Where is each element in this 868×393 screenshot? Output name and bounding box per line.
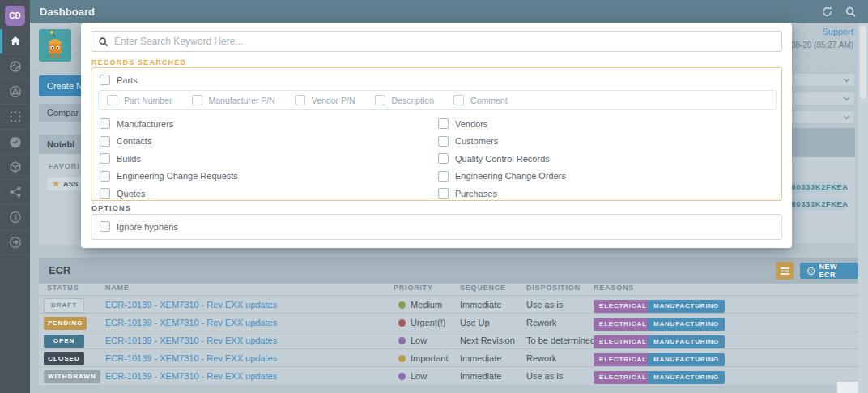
sidebar-item-reports[interactable] [0,54,30,79]
manufacturers-checkbox[interactable] [100,118,110,129]
ecr-link[interactable]: ECR-10139 - XEM7310 - Rev EXX updates [105,367,277,385]
purchases-checkbox[interactable] [438,188,449,199]
comment-checkbox[interactable] [453,95,464,105]
col-name: NAME [105,284,130,292]
priority-cell: Low [411,367,427,385]
col-disposition: DISPOSITION [526,284,581,292]
manufacturers-label: Manufacturers [117,119,173,129]
col-priority: PRIORITY [394,284,433,292]
refresh-icon[interactable] [821,6,833,18]
sequence-cell: Use Up [460,314,490,331]
favorite-item-label: ASS [63,180,79,188]
engineering-change-requests-checkbox[interactable] [100,171,110,182]
checkbox-row-purchases: Purchases [438,188,775,199]
support-link[interactable]: Support [822,27,853,36]
builds-checkbox[interactable] [100,153,110,164]
sidebar: CD $ [0,0,30,393]
part-number-tag[interactable]: 060333K2FKEA [787,199,845,211]
quotes-checkbox[interactable] [100,188,110,199]
records-searched-box: Parts Part Number Manufacturer P/N Vendo… [91,67,782,201]
table-row: DRAFT ECR-10139 - XEM7310 - Rev EXX upda… [39,295,858,313]
engineering-change-requests-label: Engineering Change Requests [117,171,238,181]
user-avatar[interactable]: CD [5,6,25,26]
quality-control-records-checkbox[interactable] [438,153,449,164]
table-row: WITHDRAWN ECR-10139 - XEM7310 - Rev EXX … [39,366,858,384]
checkbox-row-comment: Comment [453,95,508,105]
search-box [91,31,782,52]
sidebar-item-parts[interactable] [0,79,30,105]
checkbox-row-manufacturer-pn: Manufacturer P/N [192,95,275,105]
description-checkbox[interactable] [375,95,385,105]
status-badge: CLOSED [44,352,84,365]
checkbox-row-quotes: Quotes [100,188,438,199]
manufacturer-pn-label: Manufacturer P/N [209,96,275,105]
sidebar-item-quotes[interactable]: $ [0,205,30,230]
sidebar-item-quality[interactable] [0,130,30,155]
dots-grid-icon [9,110,22,123]
search-input[interactable] [114,36,781,47]
search-icon[interactable] [845,6,857,18]
page-title: Dashboard [40,6,95,18]
reason-badge: ELECTRICAL [594,353,653,366]
list-options-button[interactable] [776,262,794,280]
sidebar-item-logout[interactable] [0,230,30,255]
share-icon [9,186,22,199]
part-number-checkbox[interactable] [107,95,117,105]
reason-badge: MANUFACTURING [648,318,725,331]
priority-dot [398,355,406,362]
table-row: PENDING ECR-10139 - XEM7310 - Rev EXX up… [39,313,858,331]
sequence-cell: Immediate [460,296,501,314]
status-badge: WITHDRAWN [44,370,100,383]
chevron-down-icon [843,96,850,101]
favorite-item[interactable]: ★ ASS [47,177,83,190]
checkbox-row-ignore-hyphens: Ignore hyphens [100,221,178,232]
sidebar-item-builds[interactable] [0,155,30,180]
manufacturer-pn-checkbox[interactable] [192,95,202,105]
priority-cell: Medium [411,296,442,314]
search-modal: RECORDS SEARCHED Parts Part Number Manuf… [81,23,792,248]
records-searched-label: RECORDS SEARCHED [91,58,186,66]
ignore-hyphens-checkbox[interactable] [100,221,110,232]
disposition-cell: To be determined [526,331,595,349]
priority-dot [398,373,406,380]
app-window: CD $ [0,0,868,393]
status-badge: DRAFT [44,298,84,313]
priority-cell: Low [411,331,427,349]
checkbox-row-engineering-change-orders: Engineering Change Orders [438,171,775,182]
status-badge: PENDING [44,317,87,330]
record-types-grid: Manufacturers Vendors Contacts Customers… [100,115,775,203]
sidebar-nav: $ [0,29,30,255]
vendors-label: Vendors [455,119,487,129]
arrow-right-icon [9,236,22,249]
scrollbar-thumb[interactable] [860,26,866,99]
topbar: Dashboard [30,0,868,23]
vertical-scrollbar[interactable] [858,23,868,393]
customers-checkbox[interactable] [438,136,449,147]
priority-cell: Urgent(!) [411,314,445,331]
reason-badge: ELECTRICAL [594,318,653,331]
mascot-avatar[interactable] [39,29,71,62]
ecr-link[interactable]: ECR-10139 - XEM7310 - Rev EXX updates [105,349,277,367]
contacts-checkbox[interactable] [100,136,110,147]
sidebar-item-home[interactable] [0,29,30,54]
sidebar-item-share[interactable] [0,180,30,205]
chevron-down-icon [843,115,850,120]
ecr-link[interactable]: ECR-10139 - XEM7310 - Rev EXX updates [105,314,277,331]
sidebar-item-manufacturers[interactable] [0,105,30,130]
parts-fields-box: Part Number Manufacturer P/N Vendor P/N … [98,90,777,110]
ecr-link[interactable]: ECR-10139 - XEM7310 - Rev EXX updates [105,331,277,349]
vendor-pn-checkbox[interactable] [295,95,305,105]
parts-checkbox[interactable] [100,75,110,85]
reason-badge: MANUFACTURING [648,300,725,313]
engineering-change-orders-checkbox[interactable] [438,171,449,182]
horizontal-scrollbar-thumb[interactable] [837,382,858,393]
new-ecr-button[interactable]: NEW ECR [800,263,858,279]
priority-dot [398,337,406,344]
sequence-cell: Immediate [460,349,501,367]
badge-check-icon [9,135,22,148]
col-status: STATUS [47,284,79,292]
part-number-tag[interactable]: 060333K2FKEA [787,182,845,194]
ecr-link[interactable]: ECR-10139 - XEM7310 - Rev EXX updates [105,296,277,314]
contacts-label: Contacts [117,136,151,146]
vendors-checkbox[interactable] [438,118,449,129]
